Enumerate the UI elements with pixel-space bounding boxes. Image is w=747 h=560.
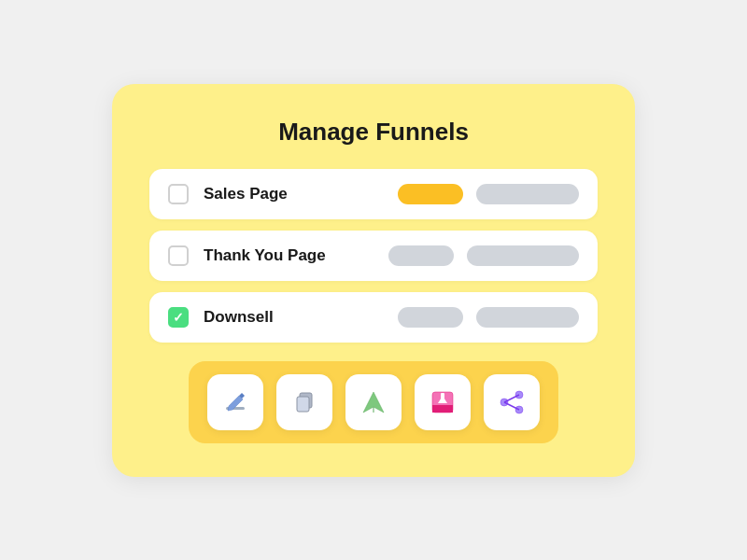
- pill-gray-lg-downsell: [476, 307, 579, 328]
- pills-sales-page: [398, 184, 579, 204]
- svg-line-15: [504, 402, 519, 410]
- pill-yellow-sales: [398, 184, 463, 204]
- checkbox-sales-page[interactable]: [168, 184, 189, 204]
- funnel-list: Sales Page Thank You Page Downsell: [149, 169, 598, 343]
- copy-button[interactable]: [276, 374, 332, 430]
- checkbox-thank-you-page[interactable]: [168, 245, 189, 266]
- pills-downsell: [398, 307, 579, 328]
- edit-button[interactable]: [207, 374, 263, 430]
- funnel-label-sales-page: Sales Page: [204, 185, 383, 203]
- pill-gray-lg-thank-you: [467, 245, 579, 266]
- svg-rect-10: [441, 393, 444, 402]
- send-button[interactable]: [345, 374, 402, 430]
- svg-rect-8: [432, 405, 453, 413]
- share-button[interactable]: [484, 374, 540, 430]
- funnel-item-thank-you-page: Thank You Page: [149, 231, 598, 281]
- funnel-label-thank-you-page: Thank You Page: [204, 246, 374, 265]
- download-button[interactable]: [415, 374, 471, 430]
- funnel-toolbar: [189, 361, 558, 443]
- funnel-item-sales-page: Sales Page: [149, 169, 598, 219]
- svg-line-14: [504, 395, 519, 402]
- pill-gray-sm-thank-you: [388, 245, 454, 266]
- funnel-label-downsell: Downsell: [204, 308, 383, 327]
- funnel-item-downsell: Downsell: [149, 292, 598, 343]
- pills-thank-you: [388, 245, 579, 266]
- manage-funnels-card: Manage Funnels Sales Page Thank You Page…: [112, 84, 635, 477]
- svg-rect-3: [297, 397, 309, 412]
- checkbox-downsell[interactable]: [168, 307, 189, 328]
- pill-gray-sales: [476, 184, 579, 204]
- pill-gray-sm-downsell: [398, 307, 463, 328]
- card-title: Manage Funnels: [278, 118, 469, 147]
